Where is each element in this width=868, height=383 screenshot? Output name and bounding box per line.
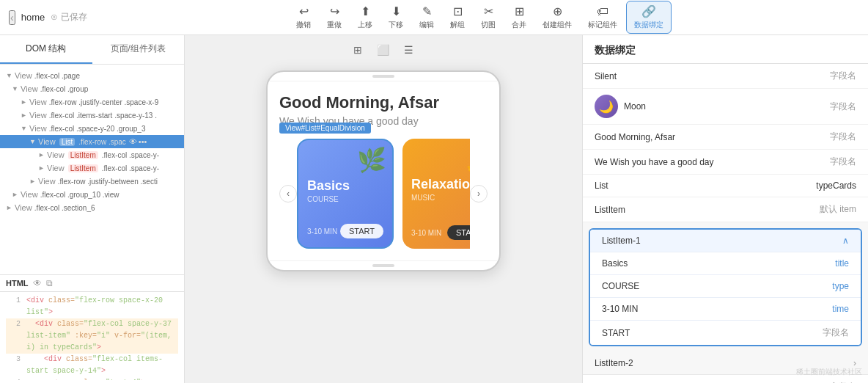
data-bind-button[interactable]: 🔗 数据绑定: [626, 1, 672, 34]
create-component-button[interactable]: ⊕ 创建组件: [535, 1, 579, 33]
binding-label-silent: Silent: [595, 71, 830, 81]
watermark: 稀土圈前端技术社区: [796, 367, 862, 377]
binding-value-silent[interactable]: 字段名: [830, 70, 856, 82]
listitem1-value-type[interactable]: type: [832, 281, 849, 291]
tree-arrow: ►: [38, 164, 47, 172]
edit-label: 编辑: [419, 20, 434, 30]
class-label: .flex-row .spac: [78, 138, 125, 146]
merge-button[interactable]: ⊞ 合并: [504, 1, 534, 33]
toolbar-center: ↩ 撤销 ↪ 重做 ⬆ 上移 ⬇ 下移 ✎ 编辑 ⊡ 解组 ✂ 切图 ⊞ 合并: [102, 1, 859, 34]
home-label: home: [21, 12, 45, 23]
undo-button[interactable]: ↩ 撤销: [289, 1, 318, 33]
binding-row-subgreeting: We Wish you have a good day 字段名: [583, 150, 868, 175]
tree-item-list[interactable]: ▼ View List .flex-row .spac 👁 •••: [0, 135, 184, 148]
grid-view-button[interactable]: ☰: [400, 41, 418, 59]
undo-label: 撤销: [296, 20, 311, 30]
ungroup-button[interactable]: ⊡ 解组: [443, 1, 472, 33]
card2-type: MUSIC: [411, 194, 470, 202]
tree-arrow: ►: [29, 178, 38, 185]
phone-content: Good Morning, Afsar We Wish you have a g…: [268, 81, 499, 260]
card1-start-button[interactable]: START: [340, 224, 383, 238]
card2-bottom: 3-10 MIN START: [411, 225, 470, 240]
tree-item[interactable]: ▼ View .flex-col .space-y-20 .group_3: [0, 122, 184, 135]
listitem1-header-label: ListItem-1: [602, 236, 641, 246]
tree-item[interactable]: ► View .flex-row .justify-center .space-…: [0, 95, 184, 109]
listitem1-row-title: Basics title: [590, 252, 861, 274]
listitem1-collapse-icon[interactable]: ∧: [842, 236, 849, 246]
down-button[interactable]: ⬇ 下移: [381, 1, 411, 33]
class-label: .flex-row .justify-center .space-x-9: [49, 98, 159, 106]
binding-value-list[interactable]: typeCards: [816, 180, 856, 191]
listitem1-value-title[interactable]: title: [835, 258, 849, 269]
more-icon[interactable]: •••: [139, 137, 147, 146]
tree-arrow: ►: [21, 112, 29, 119]
listitem1-value-start[interactable]: 字段名: [823, 327, 849, 339]
card-basics[interactable]: 🌿 Basics COURSE 3-10 MIN START: [297, 139, 394, 249]
tree-item[interactable]: ► View ListItem .flex-col .space-y-: [0, 148, 184, 161]
mark-button[interactable]: 🏷 标记组件: [581, 2, 625, 33]
scroll-right-button[interactable]: ›: [470, 185, 488, 203]
frame-view-button[interactable]: ⬜: [372, 41, 394, 59]
merge-icon: ⊞: [515, 4, 524, 18]
listitem1-label-start: START: [602, 328, 823, 338]
binding-value-listitem[interactable]: 默认 item: [820, 203, 856, 216]
listitem1-value-time[interactable]: time: [832, 304, 849, 314]
tag-view: View: [38, 177, 56, 186]
add-frame-button[interactable]: ⊞: [349, 41, 367, 59]
eye-toggle-icon[interactable]: 👁: [33, 278, 42, 288]
binding-row-listitem: ListItem 默认 item: [583, 197, 868, 222]
html-panel-header: HTML 👁 ⧉: [0, 275, 184, 292]
tree-arrow: ▼: [12, 85, 21, 92]
cards-section: View#List#EqualDivision ‹ 🌿 Basics COURS…: [279, 139, 488, 249]
tree-item[interactable]: ▼ View .flex-col .group: [0, 82, 184, 95]
moon-icon: 🌙: [595, 95, 618, 118]
greeting-text: Good Morning, Afsar: [279, 93, 488, 112]
class-label: .flex-col .items-start .space-y-13 .: [49, 112, 157, 120]
tree-item[interactable]: ► View .flex-col .section_6: [0, 201, 184, 214]
copy-icon[interactable]: ⧉: [46, 278, 53, 288]
binding-value-greeting[interactable]: 字段名: [830, 131, 856, 143]
listitem1-label-course: COURSE: [602, 281, 832, 291]
cut-button[interactable]: ✂ 切图: [474, 1, 503, 33]
binding-value-subgreeting[interactable]: 字段名: [830, 156, 856, 168]
code-line: 3 <div class="flex-col items-start space…: [6, 354, 178, 377]
dom-tree: ▼ View .flex-col .page ▼ View .flex-col …: [0, 65, 184, 274]
tab-dom[interactable]: DOM 结构: [0, 35, 92, 64]
tree-item[interactable]: ► View .flex-col .group_10 .view: [0, 188, 184, 201]
card-relaxation[interactable]: 🧘 Relaxation MUSIC 3-10 MIN START: [402, 139, 470, 249]
edit-button[interactable]: ✎ 编辑: [412, 1, 441, 33]
listitem1-section: ListItem-1 ∧ Basics title COURSE type 3-…: [589, 228, 862, 346]
undo-icon: ↩: [299, 4, 309, 18]
tab-pages[interactable]: 页面/组件列表: [92, 35, 185, 64]
right-panel: 数据绑定 Silent 字段名 🌙 Moon 字段名 Good Morning,…: [582, 35, 868, 383]
listitem2-label: ListItem-2: [595, 358, 633, 368]
binding-value-moon[interactable]: 字段名: [830, 101, 856, 113]
down-label: 下移: [389, 20, 403, 30]
back-button[interactable]: ‹: [9, 10, 15, 25]
code-line: 2 <div class="flex-col space-y-37 list-i…: [6, 318, 178, 354]
scroll-bar: [372, 75, 394, 78]
scroll-left-button[interactable]: ‹: [279, 185, 297, 203]
tree-item[interactable]: ► View .flex-col .items-start .space-y-1…: [0, 109, 184, 122]
binding-label-subgreeting: We Wish you have a good day: [595, 157, 830, 167]
tree-arrow: ►: [38, 151, 47, 158]
card2-start-button[interactable]: START: [447, 225, 470, 240]
listitem1-row-start: START 字段名: [590, 320, 861, 345]
class-label: .flex-col .space-y-: [102, 151, 159, 159]
up-icon: ⬆: [361, 4, 370, 18]
card2-decoration: 🧘: [464, 145, 470, 172]
listitem1-label-basics: Basics: [602, 258, 835, 269]
tag-list: List: [59, 138, 76, 146]
redo-button[interactable]: ↪ 重做: [320, 1, 349, 33]
eye-icon[interactable]: 👁: [129, 137, 137, 146]
tree-item[interactable]: ► View ListItem .flex-col .space-y-: [0, 161, 184, 175]
up-label: 上移: [358, 20, 372, 30]
up-button[interactable]: ⬆ 上移: [350, 1, 380, 33]
tag-view: View: [29, 98, 47, 106]
tree-item[interactable]: ▼ View .flex-col .page: [0, 69, 184, 82]
left-tabs: DOM 结构 页面/组件列表: [0, 35, 184, 65]
cut-icon: ✂: [484, 4, 493, 18]
tree-item[interactable]: ► View .flex-row .justify-between .secti: [0, 175, 184, 188]
listitem1-row-time: 3-10 MIN time: [590, 297, 861, 320]
scroll-bar-bottom: [372, 264, 394, 267]
